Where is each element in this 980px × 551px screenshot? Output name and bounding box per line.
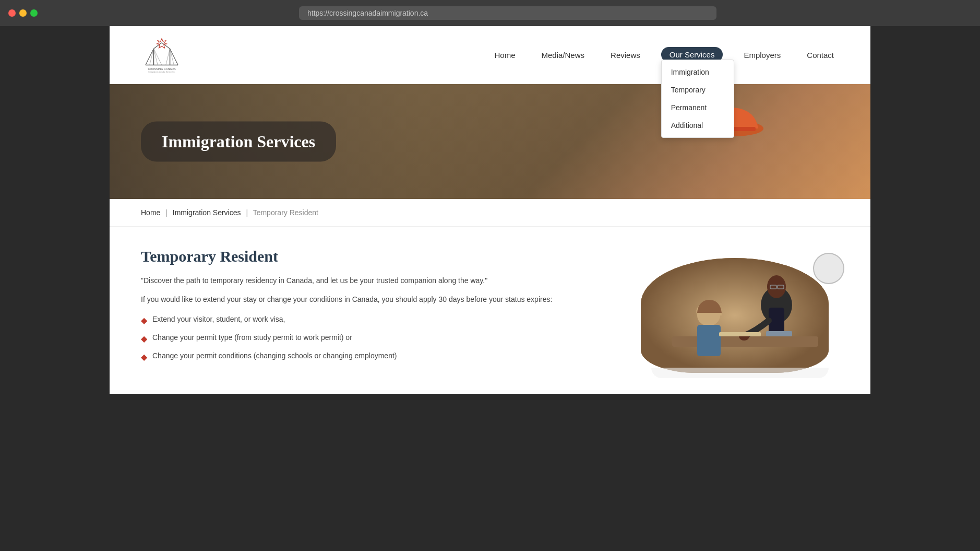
breadcrumb-sep-1: | (165, 208, 168, 217)
svg-text:Immigration & Consular Service: Immigration & Consular Services Inc. (148, 71, 175, 73)
main-content: Temporary Resident "Discover the path to… (110, 227, 870, 394)
bullet-list: ◆ Extend your visitor, student, or work … (141, 314, 609, 364)
intro-quote: "Discover the path to temporary residenc… (141, 275, 609, 286)
breadcrumb-immigration-services[interactable]: Immigration Services (173, 208, 241, 217)
svg-line-6 (170, 49, 178, 65)
hero-title-box: Immigration Services (141, 122, 336, 162)
logo-image: CROSSING CANADA Immigration & Consular S… (141, 37, 183, 73)
content-right (641, 248, 839, 373)
svg-text:CROSSING CANADA: CROSSING CANADA (148, 67, 176, 71)
bullet-item-3: ◆ Change your permit conditions (changin… (141, 350, 609, 364)
bullet-item-2: ◆ Change your permit type (from study pe… (141, 332, 609, 345)
nav-media-news[interactable]: Media/News (536, 48, 590, 63)
browser-chrome: https://crossingcanadaimmigration.ca (0, 0, 980, 26)
dropdown-temporary[interactable]: Temporary (662, 81, 734, 99)
svg-rect-30 (766, 331, 792, 336)
svg-rect-28 (697, 325, 721, 356)
image-wrapper (641, 258, 839, 373)
site-header: CROSSING CANADA Immigration & Consular S… (110, 26, 870, 84)
hero-banner: Immigration Services (110, 84, 870, 199)
svg-line-9 (153, 49, 162, 65)
bullet-icon-2: ◆ (141, 333, 147, 345)
deco-circle (813, 253, 844, 284)
traffic-lights (8, 9, 38, 17)
nav-employers[interactable]: Employers (738, 48, 786, 63)
page-title: Temporary Resident (141, 248, 609, 265)
consultation-svg (641, 258, 829, 373)
svg-rect-29 (719, 332, 761, 336)
breadcrumb-current-page: Temporary Resident (253, 208, 318, 217)
bullet-icon-1: ◆ (141, 314, 147, 327)
bullet-text-3: Change your permit conditions (changing … (152, 350, 397, 361)
hero-title: Immigration Services (162, 132, 315, 151)
breadcrumb-home[interactable]: Home (141, 208, 160, 217)
svg-line-8 (153, 49, 158, 65)
bullet-icon-3: ◆ (141, 351, 147, 364)
website-container: CROSSING CANADA Immigration & Consular S… (110, 26, 870, 394)
nav-reviews[interactable]: Reviews (605, 48, 646, 63)
close-button[interactable] (8, 9, 16, 17)
breadcrumb-sep-2: | (246, 208, 248, 217)
svg-line-10 (166, 49, 170, 65)
nav-home[interactable]: Home (489, 48, 521, 63)
nav-contact[interactable]: Contact (802, 48, 839, 63)
svg-line-7 (150, 49, 154, 65)
breadcrumb-bar: Home | Immigration Services | Temporary … (110, 199, 870, 227)
bullet-item-1: ◆ Extend your visitor, student, or work … (141, 314, 609, 327)
dropdown-immigration[interactable]: Immigration (662, 63, 734, 81)
content-left: Temporary Resident "Discover the path to… (141, 248, 609, 369)
bullet-text-1: Extend your visitor, student, or work vi… (152, 314, 285, 325)
main-nav: Home Media/News Reviews Our Services Imm… (489, 48, 840, 63)
minimize-button[interactable] (19, 9, 27, 17)
bullet-text-2: Change your permit type (from study perm… (152, 332, 352, 343)
svg-line-5 (146, 49, 154, 65)
dropdown-permanent[interactable]: Permanent (662, 99, 734, 116)
image-bottom-deco (651, 368, 829, 378)
address-bar[interactable]: https://crossingcanadaimmigration.ca (299, 6, 716, 20)
svg-rect-18 (641, 258, 829, 373)
svg-line-12 (170, 49, 174, 65)
our-services-dropdown: Immigration Temporary Permanent Addition… (661, 60, 734, 138)
consultation-image (641, 258, 829, 373)
intro-text: If you would like to extend your stay or… (141, 294, 609, 305)
logo-area: CROSSING CANADA Immigration & Consular S… (141, 37, 183, 73)
fullscreen-button[interactable] (30, 9, 38, 17)
dropdown-additional[interactable]: Additional (662, 116, 734, 134)
nav-our-services-wrapper: Our Services Immigration Temporary Perma… (661, 50, 723, 60)
